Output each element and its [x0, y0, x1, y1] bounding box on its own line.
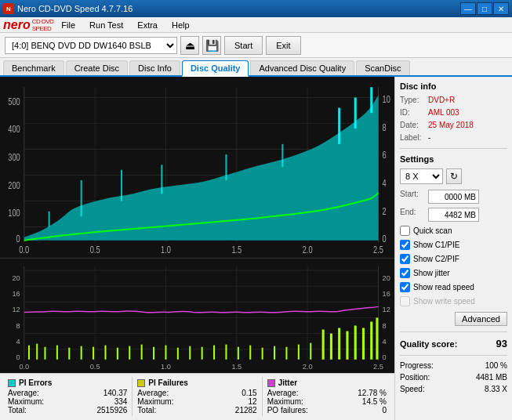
disc-label-label: Label:	[400, 133, 425, 142]
position-label: Position:	[400, 373, 430, 382]
svg-rect-32	[81, 180, 82, 216]
svg-text:400: 400	[8, 124, 20, 134]
pi-errors-max-label: Maximum:	[8, 397, 44, 406]
show-jitter-checkbox[interactable]	[400, 268, 410, 278]
show-c2pif-label: Show C2/PIF	[413, 255, 459, 263]
show-jitter-row[interactable]: Show jitter	[400, 268, 507, 278]
start-mb-row: Start:	[400, 190, 507, 204]
chart-area: 0 100 200 300 400 500 0 2 4 6 8 10 0.0 0…	[0, 77, 394, 420]
svg-text:0: 0	[16, 353, 20, 361]
progress-row: Progress: 100 %	[400, 361, 507, 370]
speed-select[interactable]: 8 X 4 X 12 X 16 X	[400, 168, 443, 184]
tab-disc-info[interactable]: Disc Info	[129, 60, 180, 75]
start-button[interactable]: Start	[224, 36, 263, 55]
svg-text:20: 20	[383, 274, 390, 282]
jitter-max-value: 14.5 %	[362, 397, 387, 406]
disc-type-value: DVD+R	[428, 96, 455, 104]
svg-rect-85	[189, 346, 191, 360]
top-chart: 0 100 200 300 400 500 0 2 4 6 8 10 0.0 0…	[0, 77, 394, 259]
show-write-speed-row[interactable]: Show write speed	[400, 296, 507, 306]
pi-errors-avg-label: Average:	[8, 389, 39, 397]
show-c2pif-row[interactable]: Show C2/PIF	[400, 254, 507, 264]
svg-rect-31	[49, 212, 50, 227]
advanced-button[interactable]: Advanced	[455, 312, 507, 326]
end-mb-row: End:	[400, 208, 507, 222]
eject-icon-button[interactable]: ⏏	[180, 36, 199, 55]
nero-logo-text: nero	[3, 18, 31, 32]
menu-bar: nero CD·DVDSPEED File Run Test Extra Hel…	[0, 17, 512, 33]
show-c2pif-checkbox[interactable]	[400, 254, 410, 264]
svg-rect-72	[36, 344, 38, 360]
divider-3	[400, 355, 507, 356]
svg-rect-91	[262, 348, 263, 360]
pi-errors-total-value: 2515926	[96, 406, 127, 415]
disc-id-row: ID: AML 003	[400, 108, 507, 117]
quick-scan-row[interactable]: Quick scan	[400, 226, 507, 236]
svg-rect-81	[141, 345, 143, 360]
menu-extra[interactable]: Extra	[131, 19, 164, 31]
svg-text:4: 4	[383, 178, 387, 188]
show-read-speed-checkbox[interactable]	[400, 282, 410, 292]
svg-rect-40	[0, 259, 394, 373]
svg-rect-93	[285, 347, 287, 360]
close-button[interactable]: ✕	[493, 2, 509, 15]
svg-text:1.5: 1.5	[231, 244, 241, 254]
svg-text:2.0: 2.0	[303, 363, 313, 371]
menu-run-test[interactable]: Run Test	[83, 19, 129, 31]
svg-text:0: 0	[383, 234, 387, 244]
svg-rect-89	[238, 347, 239, 360]
maximize-button[interactable]: □	[477, 2, 492, 15]
tab-disc-quality[interactable]: Disc Quality	[182, 60, 249, 77]
pi-errors-color	[8, 379, 16, 387]
minimize-button[interactable]: —	[460, 2, 476, 15]
start-input[interactable]	[428, 190, 479, 204]
disc-date-row: Date: 25 May 2018	[400, 121, 507, 129]
title-bar-controls[interactable]: — □ ✕	[460, 2, 509, 15]
show-read-speed-row[interactable]: Show read speed	[400, 282, 507, 292]
exit-button[interactable]: Exit	[266, 36, 300, 55]
tab-benchmark[interactable]: Benchmark	[3, 60, 64, 75]
menu-file[interactable]: File	[55, 19, 82, 31]
tab-advanced-disc-quality[interactable]: Advanced Disc Quality	[250, 60, 354, 75]
end-label: End:	[400, 208, 425, 222]
nero-logo-sub: CD·DVDSPEED	[32, 18, 54, 32]
quality-score-value: 93	[496, 338, 507, 349]
tab-create-disc[interactable]: Create Disc	[66, 60, 128, 75]
svg-rect-77	[93, 347, 94, 360]
stats-bar: PI Errors Average: 140.37 Maximum: 334 T…	[0, 373, 394, 420]
pi-failures-max-label: Maximum:	[137, 397, 173, 406]
svg-text:16: 16	[383, 290, 390, 298]
speed-settings-row: 8 X 4 X 12 X 16 X ↻	[400, 168, 507, 184]
pi-errors-stat: PI Errors Average: 140.37 Maximum: 334 T…	[3, 377, 133, 416]
progress-label: Progress:	[400, 361, 434, 370]
drive-select[interactable]: [4:0] BENQ DVD DD DW1640 BSLB	[5, 37, 177, 54]
tab-scan-disc[interactable]: ScanDisc	[356, 60, 409, 75]
svg-text:6: 6	[383, 150, 387, 160]
quick-scan-checkbox[interactable]	[400, 226, 410, 236]
position-value: 4481 MB	[476, 373, 507, 382]
menu-help[interactable]: Help	[165, 19, 196, 31]
show-c1pie-checkbox[interactable]	[400, 240, 410, 250]
save-icon-button[interactable]: 💾	[202, 36, 221, 55]
svg-rect-36	[281, 144, 283, 167]
speed-label: Speed:	[400, 385, 425, 393]
pi-failures-label: PI Failures	[148, 378, 188, 387]
svg-rect-95	[310, 343, 311, 360]
show-c1pie-row[interactable]: Show C1/PIE	[400, 240, 507, 250]
app-icon: N	[3, 3, 14, 14]
svg-text:2: 2	[383, 205, 387, 215]
pi-errors-label: PI Errors	[19, 378, 52, 387]
refresh-button[interactable]: ↻	[446, 168, 462, 184]
end-input[interactable]	[428, 208, 479, 222]
disc-date-label: Date:	[400, 121, 425, 129]
jitter-color	[267, 379, 275, 387]
title-bar: N Nero CD-DVD Speed 4.7.7.16 — □ ✕	[0, 0, 512, 17]
svg-text:1.0: 1.0	[161, 363, 171, 371]
svg-rect-34	[161, 165, 162, 194]
disc-type-row: Type: DVD+R	[400, 96, 507, 104]
svg-rect-78	[104, 346, 106, 360]
svg-rect-86	[202, 347, 203, 360]
quality-score-row: Quality score: 93	[400, 338, 507, 349]
settings-title: Settings	[400, 154, 507, 164]
svg-rect-73	[44, 347, 45, 360]
